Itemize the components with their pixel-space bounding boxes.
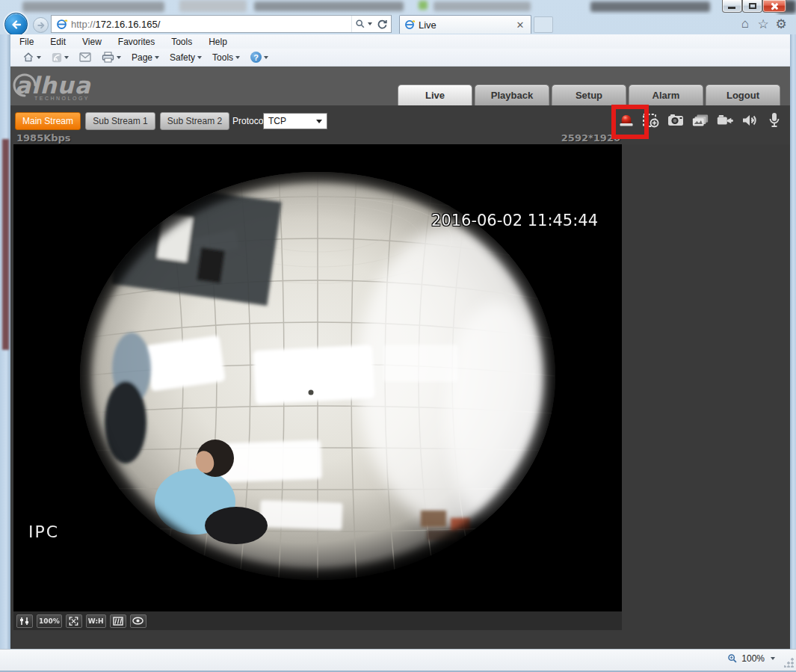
menu-bar: File Edit View Favorites Tools Help <box>10 34 790 49</box>
search-options-caret[interactable] <box>368 22 372 25</box>
tab-playback-label: Playback <box>491 90 533 101</box>
new-tab-button[interactable] <box>534 16 553 33</box>
triple-snapshot-icon[interactable] <box>691 112 709 129</box>
snapshot-icon[interactable] <box>667 112 685 129</box>
image-adjust-button[interactable] <box>16 614 33 628</box>
tab-setup[interactable]: Setup <box>552 84 626 105</box>
aspect-ratio-label: W:H <box>88 617 104 625</box>
favorites-star-icon[interactable]: ☆ <box>756 16 770 32</box>
dahua-logo-swirl <box>10 70 40 100</box>
zoom-magnifier-icon <box>727 653 738 664</box>
aspect-ratio-button[interactable]: W:H <box>86 614 106 628</box>
bitrate-text: 1985Kbps <box>16 132 71 144</box>
audio-icon[interactable] <box>741 112 759 129</box>
page-menu-label: Page <box>132 52 152 63</box>
menu-favorites[interactable]: Favorites <box>118 37 155 47</box>
maximize-icon <box>749 3 756 9</box>
video-timestamp: 2016-06-02 11:45:44 <box>431 212 598 229</box>
alarm-highlight-box <box>611 105 649 139</box>
close-button[interactable] <box>762 0 786 13</box>
tab-alarm-label: Alarm <box>652 90 680 101</box>
search-icon[interactable] <box>355 19 365 29</box>
background-window-shape <box>22 1 164 12</box>
safety-menu-label: Safety <box>170 52 195 63</box>
protocol-label: Protocol <box>232 116 265 126</box>
image-adjust-icon <box>19 617 30 626</box>
tools-menu-label: Tools <box>212 52 233 63</box>
eye-icon <box>132 617 144 625</box>
channel-label: IPC <box>28 523 59 541</box>
zoom-control[interactable]: 100% <box>727 653 775 664</box>
maximize-button[interactable] <box>742 0 762 13</box>
minimize-button[interactable] <box>722 0 742 13</box>
sub-stream-2-label: Sub Stream 2 <box>167 116 222 126</box>
back-button[interactable] <box>4 13 28 36</box>
command-bar: Page Safety Tools ? <box>10 49 790 67</box>
print-caret <box>117 56 121 59</box>
tab-playback[interactable]: Playback <box>475 84 549 105</box>
feeds-button[interactable] <box>49 51 72 64</box>
refresh-icon[interactable] <box>377 19 388 30</box>
ie-favicon <box>56 19 67 30</box>
tab-logout[interactable]: Logout <box>706 84 780 105</box>
menu-file[interactable]: File <box>19 37 34 47</box>
menu-edit[interactable]: Edit <box>50 37 66 47</box>
dahua-logo: alhua TECHNOLOGY <box>15 72 135 105</box>
protocol-value: TCP <box>268 116 286 126</box>
ie-tab-icon <box>404 19 415 30</box>
browser-window: http://172.16.16.165/ Live ✕ ⌂ ☆ ⚙ File … <box>0 0 796 672</box>
menu-tools[interactable]: Tools <box>171 37 192 47</box>
tab-logout-label: Logout <box>726 90 759 101</box>
fullscreen-button[interactable] <box>66 614 82 628</box>
protocol-caret-icon <box>316 120 322 123</box>
help-icon: ? <box>250 52 262 63</box>
tools-menu-button[interactable]: Tools <box>209 51 243 64</box>
printer-icon <box>102 52 114 63</box>
home-icon[interactable]: ⌂ <box>738 16 752 32</box>
url-host: 172.16.16.165/ <box>96 19 161 30</box>
protocol-select[interactable]: TCP <box>263 113 327 129</box>
home-house-icon <box>22 52 34 63</box>
page-menu-button[interactable]: Page <box>129 51 162 64</box>
tab-live[interactable]: Live <box>398 84 472 105</box>
video-canvas[interactable]: 2016-06-02 11:45:44 IPC <box>13 144 622 611</box>
sub-stream-1-button[interactable]: Sub Stream 1 <box>85 112 155 130</box>
print-button[interactable] <box>99 50 124 64</box>
tab-close-icon[interactable]: ✕ <box>514 19 526 31</box>
forward-button[interactable] <box>33 17 49 33</box>
fullscreen-icon <box>69 617 78 626</box>
original-size-button[interactable]: 100% <box>37 614 62 628</box>
menu-view[interactable]: View <box>82 37 102 47</box>
resize-grip[interactable] <box>784 658 794 668</box>
tab-alarm[interactable]: Alarm <box>629 84 703 105</box>
tab-title: Live <box>419 19 436 31</box>
background-window-shape <box>179 0 247 12</box>
talk-microphone-icon[interactable] <box>765 112 783 129</box>
sub-stream-1-label: Sub Stream 1 <box>93 116 147 126</box>
safety-menu-button[interactable]: Safety <box>167 51 205 64</box>
main-stream-button[interactable]: Main Stream <box>15 112 81 130</box>
menu-help[interactable]: Help <box>209 37 227 47</box>
background-window-shape <box>590 1 710 12</box>
record-icon[interactable] <box>716 112 734 129</box>
fluency-button[interactable] <box>110 614 126 628</box>
home-command-button[interactable] <box>19 50 44 64</box>
read-mail-button[interactable] <box>76 51 94 64</box>
browser-tab-live[interactable]: Live ✕ <box>399 15 531 34</box>
mail-envelope-icon <box>79 52 91 62</box>
tab-live-label: Live <box>425 90 445 101</box>
address-bar[interactable]: http://172.16.16.165/ <box>51 15 392 33</box>
resolution-text: 2592*1920 <box>523 132 620 144</box>
sub-stream-2-button[interactable]: Sub Stream 2 <box>160 112 229 130</box>
rule-info-button[interactable] <box>130 614 146 628</box>
status-bar <box>0 649 796 671</box>
background-windows <box>0 0 796 15</box>
settings-gear-icon[interactable]: ⚙ <box>774 16 788 32</box>
minimize-icon <box>728 7 735 9</box>
tab-setup-label: Setup <box>576 90 602 101</box>
help-menu-button[interactable]: ? <box>247 50 271 64</box>
background-window-shape <box>254 1 404 11</box>
url-scheme: http:// <box>71 19 96 30</box>
main-stream-label: Main Stream <box>22 116 73 126</box>
forward-arrow-icon <box>37 21 46 30</box>
